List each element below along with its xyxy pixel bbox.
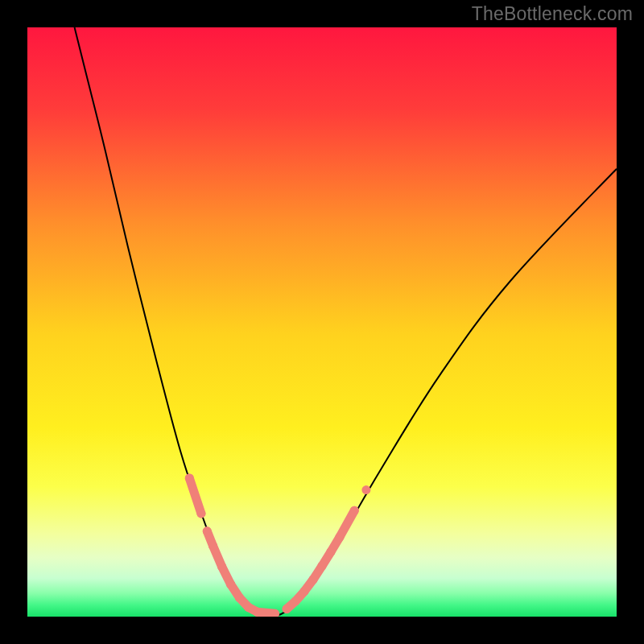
highlight-segment [340, 510, 354, 537]
highlight-segment [189, 478, 201, 514]
highlight-markers [185, 473, 371, 617]
curve-layer [27, 27, 617, 617]
highlight-dot [361, 485, 370, 494]
chart-frame: TheBottleneck.com [0, 0, 644, 644]
plot-area [27, 27, 617, 617]
highlight-segment [257, 612, 275, 613]
watermark-text: TheBottleneck.com [472, 3, 633, 25]
